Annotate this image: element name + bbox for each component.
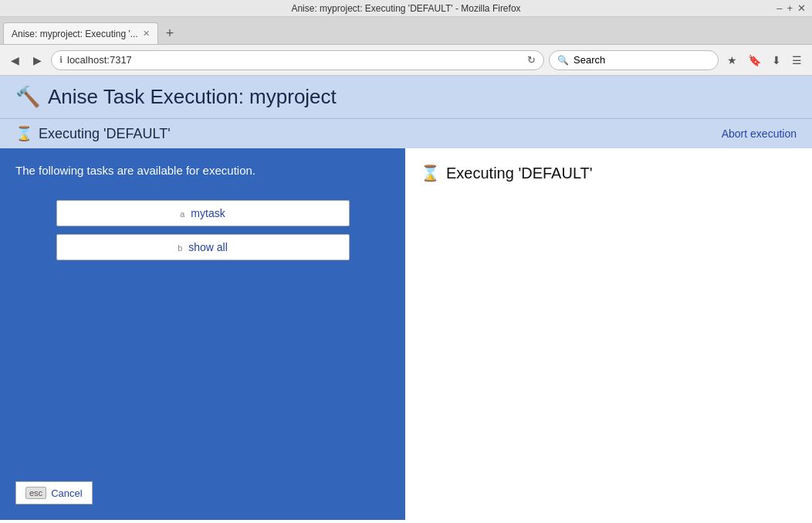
maximize-btn[interactable]: + — [787, 2, 793, 14]
browser-title: Anise: myproject: Executing 'DEFAULT' - … — [291, 3, 520, 14]
url-text: localhost:7317 — [67, 54, 523, 66]
download-button[interactable]: ⬇ — [768, 51, 785, 70]
executing-bar: ⌛ Executing 'DEFAULT' Abort execution — [0, 118, 812, 148]
nav-bar: ◀ ▶ ℹ localhost:7317 ↻ 🔍 Search ★ 🔖 ⬇ ☰ — [0, 45, 812, 76]
abort-execution-link[interactable]: Abort execution — [722, 127, 797, 140]
tab-label: Anise: myproject: Executing '... — [12, 29, 138, 39]
tools-icon: 🔨 — [15, 85, 40, 109]
bookmark-star-button[interactable]: ★ — [723, 51, 741, 70]
search-bar[interactable]: 🔍 Search — [549, 50, 719, 70]
mytask-label: mytask — [191, 207, 225, 219]
showall-label: show all — [188, 241, 228, 253]
url-bar[interactable]: ℹ localhost:7317 ↻ — [51, 50, 544, 70]
close-btn[interactable]: ✕ — [797, 2, 806, 14]
tab-bar: Anise: myproject: Executing '... ✕ + — [0, 17, 812, 45]
page-title: Anise Task Execution: myproject — [48, 85, 337, 109]
right-executing-label: ⌛ Executing 'DEFAULT' — [421, 164, 797, 182]
content-area: The following tasks are available for ex… — [0, 148, 812, 520]
reload-button[interactable]: ↻ — [527, 54, 536, 66]
page-header: 🔨 Anise Task Execution: myproject — [0, 76, 812, 118]
title-bar: Anise: myproject: Executing 'DEFAULT' - … — [0, 0, 812, 17]
esc-key-label: esc — [25, 487, 46, 499]
minimize-btn[interactable]: – — [776, 2, 782, 14]
search-placeholder: Search — [573, 54, 605, 66]
nav-actions: ★ 🔖 ⬇ ☰ — [723, 51, 806, 70]
cancel-button[interactable]: esc Cancel — [15, 481, 93, 504]
left-panel-description: The following tasks are available for ex… — [15, 164, 390, 177]
info-icon: ℹ — [59, 55, 63, 65]
back-button[interactable]: ◀ — [6, 51, 24, 70]
mytask-button[interactable]: a mytask — [56, 200, 350, 226]
executing-label: ⌛ Executing 'DEFAULT' — [15, 125, 171, 142]
forward-button[interactable]: ▶ — [29, 51, 46, 70]
hourglass-icon: ⌛ — [15, 125, 32, 142]
right-panel: ⌛ Executing 'DEFAULT' — [405, 148, 812, 520]
showall-shortcut: b — [178, 243, 182, 253]
task-buttons: a mytask b show all — [15, 200, 390, 260]
executing-text: Executing 'DEFAULT' — [39, 126, 171, 142]
cancel-label: Cancel — [51, 487, 82, 499]
right-hourglass-icon: ⌛ — [421, 164, 440, 182]
bookmarks-button[interactable]: 🔖 — [744, 51, 765, 70]
search-icon: 🔍 — [557, 55, 569, 66]
active-tab[interactable]: Anise: myproject: Executing '... ✕ — [3, 22, 158, 44]
mytask-shortcut: a — [180, 209, 184, 219]
tab-close-btn[interactable]: ✕ — [143, 29, 150, 39]
left-panel: The following tasks are available for ex… — [0, 148, 405, 520]
page-content: 🔨 Anise Task Execution: myproject ⌛ Exec… — [0, 76, 812, 523]
menu-button[interactable]: ☰ — [788, 51, 806, 70]
new-tab-button[interactable]: + — [161, 22, 179, 44]
window-controls[interactable]: – + ✕ — [776, 2, 806, 14]
right-executing-text: Executing 'DEFAULT' — [446, 165, 593, 182]
showall-button[interactable]: b show all — [56, 234, 350, 260]
